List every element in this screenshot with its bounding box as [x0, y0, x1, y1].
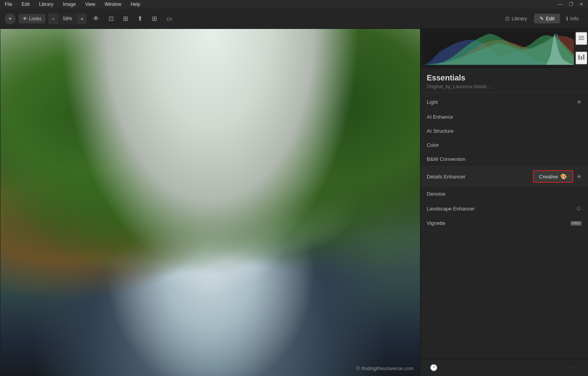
panel-bottom: 🕐 ··· — [421, 359, 588, 376]
share-button[interactable]: ⬆ — [134, 13, 146, 24]
svg-rect-6 — [583, 54, 584, 60]
crop-icon: ⊞ — [123, 15, 128, 22]
panel-side-icons — [574, 29, 588, 68]
panel-item-bw-conversion[interactable]: B&W Conversion — [421, 152, 588, 166]
window-minimize-button[interactable]: — — [556, 1, 564, 8]
panel-items-list: Light ☀ AI Enhance AI Structure Color B&… — [421, 93, 588, 359]
zoom-in-button[interactable]: + — [77, 13, 87, 24]
panel-item-label-landscape-enhancer: Landscape Enhancer — [427, 206, 475, 212]
menu-edit[interactable]: Edit — [20, 1, 31, 8]
panel-item-label-color: Color — [427, 142, 439, 148]
panel-item-details-enhancer[interactable]: Details Enhancer Creative 🎨 ☀ — [421, 166, 588, 187]
essentials-header: Essentials Original_by_Laurence Norah...… — [421, 68, 588, 93]
zoom-out-button[interactable]: − — [48, 13, 58, 24]
grid-icon: ⊞ — [152, 15, 157, 22]
svg-rect-1 — [579, 36, 584, 37]
adjustments-icon-button[interactable] — [576, 52, 587, 64]
svg-rect-4 — [578, 55, 580, 60]
sun-icon-details: ☀ — [576, 173, 582, 180]
more-options-button[interactable]: ··· — [568, 363, 582, 373]
edit-icon: ✎ — [540, 16, 544, 21]
panel-item-label-light: Light — [427, 99, 438, 105]
palette-icon: 🎨 — [560, 173, 567, 180]
zoom-control: − 58% + — [48, 13, 87, 24]
panel-item-label-denoise: Denoise — [427, 191, 445, 197]
pro-badge-vignette: PRO — [570, 221, 582, 226]
panel-item-vignette[interactable]: Vignette PRO — [421, 216, 588, 230]
library-icon: ⊡ — [505, 16, 510, 21]
panel-item-denoise[interactable]: Denoise — [421, 187, 588, 201]
top-tabs: ⊡ Library ✎ Edit ℹ Info — [500, 14, 583, 23]
clock-icon: 🕐 — [430, 364, 438, 371]
info-tab[interactable]: ℹ Info — [561, 14, 583, 23]
panel-item-light[interactable]: Light ☀ — [421, 94, 588, 110]
compare-icon: ⊡ — [109, 15, 114, 22]
menu-help[interactable]: Help — [129, 1, 142, 8]
essentials-title: Essentials — [427, 73, 582, 82]
fullscreen-button[interactable]: ▭ — [163, 13, 175, 24]
dots-icon: ··· — [571, 364, 579, 371]
menu-library[interactable]: Library — [37, 1, 55, 8]
photo-container: © findingtheuniverse.com — [0, 29, 420, 376]
smile-icon-landscape: ☺ — [576, 205, 582, 212]
looks-button[interactable]: 👁 Looks — [19, 14, 45, 23]
fullscreen-icon: ▭ — [166, 15, 172, 22]
menu-view[interactable]: View — [84, 1, 97, 8]
creative-button[interactable]: Creative 🎨 — [533, 170, 573, 183]
library-tab[interactable]: ⊡ Library — [500, 14, 533, 23]
edit-tab[interactable]: ✎ Edit — [534, 14, 560, 23]
window-restore-button[interactable]: ❐ — [567, 1, 575, 8]
window-controls: — ❐ ✕ — [556, 1, 585, 8]
info-icon: ℹ — [566, 16, 568, 21]
panel-item-ai-enhance[interactable]: AI Enhance — [421, 110, 588, 124]
panel-item-label-ai-structure: AI Structure — [427, 128, 454, 134]
panel-item-label-details-enhancer: Details Enhancer — [427, 174, 465, 180]
panel-item-label-ai-enhance: AI Enhance — [427, 114, 453, 120]
looks-icon: 👁 — [23, 16, 27, 21]
svg-rect-3 — [579, 39, 584, 40]
layers-icon-button[interactable] — [576, 32, 587, 45]
toolbar: + 👁 Looks − 58% + 👁 ⊡ ⊞ ⬆ ⊞ ▭ ⊡ Library … — [0, 9, 588, 29]
window-close-button[interactable]: ✕ — [578, 1, 585, 8]
histogram-chart — [424, 32, 585, 65]
file-name: Original_by_Laurence Norah.... — [427, 84, 582, 89]
svg-rect-5 — [581, 56, 582, 60]
panel-item-label-vignette: Vignette — [427, 220, 445, 226]
main-layout: © findingtheuniverse.com — [0, 29, 588, 376]
waterfall-photo — [0, 29, 420, 376]
zoom-value: 58% — [58, 13, 77, 24]
panel-item-ai-structure[interactable]: AI Structure — [421, 124, 588, 138]
menu-bar: File Edit Library Image View Window Help… — [0, 0, 588, 9]
eye-icon: 👁 — [93, 15, 99, 22]
menu-window[interactable]: Window — [103, 1, 123, 8]
menu-image[interactable]: Image — [61, 1, 77, 8]
history-button[interactable]: 🕐 — [427, 362, 441, 373]
share-icon: ⬆ — [137, 15, 143, 22]
canvas-area: © findingtheuniverse.com — [0, 29, 420, 376]
add-button[interactable]: + — [5, 13, 16, 24]
sun-icon-light: ☀ — [576, 98, 582, 106]
crop-button[interactable]: ⊞ — [120, 13, 131, 24]
histogram-area — [421, 29, 588, 68]
svg-rect-2 — [579, 37, 584, 38]
panel-item-color[interactable]: Color — [421, 138, 588, 152]
preview-toggle-button[interactable]: 👁 — [90, 14, 102, 24]
compare-button[interactable]: ⊡ — [105, 13, 117, 24]
photo-watermark: © findingtheuniverse.com — [356, 365, 414, 371]
right-panel: Essentials Original_by_Laurence Norah...… — [420, 29, 588, 376]
grid-button[interactable]: ⊞ — [149, 13, 160, 24]
panel-item-landscape-enhancer[interactable]: Landscape Enhancer ☺ — [421, 201, 588, 216]
panel-item-label-bw-conversion: B&W Conversion — [427, 156, 465, 162]
creative-label: Creative — [539, 174, 558, 180]
menu-file[interactable]: File — [3, 1, 14, 8]
